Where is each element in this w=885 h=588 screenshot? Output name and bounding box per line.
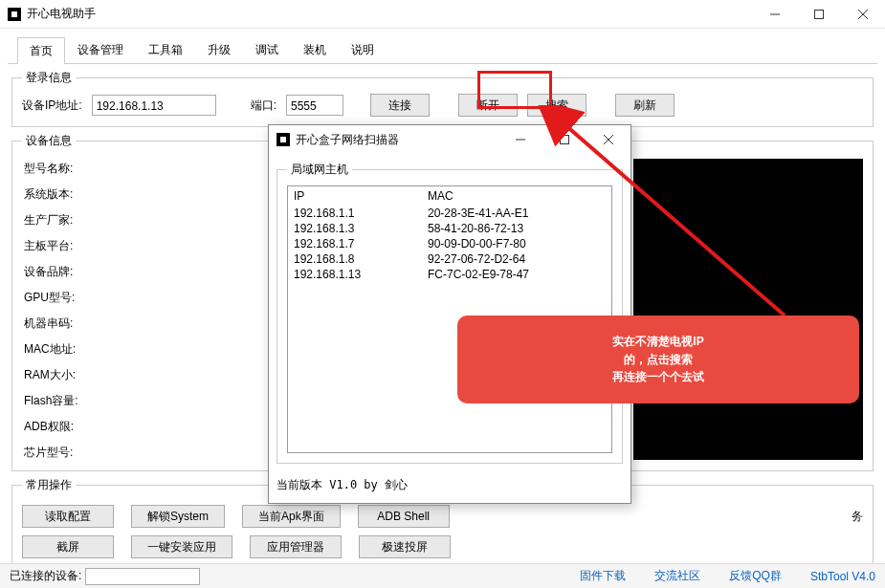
popup-title: 开心盒子网络扫描器: [296, 132, 399, 148]
disconnect-button[interactable]: 断开: [458, 94, 518, 117]
col-mac-header: MAC: [428, 189, 454, 203]
login-legend: 登录信息: [22, 70, 76, 86]
read-config-button[interactable]: 读取配置: [22, 505, 114, 528]
ops-legend: 常用操作: [22, 477, 76, 493]
refresh-button[interactable]: 刷新: [615, 94, 675, 117]
status-label: 已连接的设备:: [10, 568, 81, 584]
link-firmware[interactable]: 固件下载: [580, 568, 626, 584]
app-icon: [8, 8, 21, 21]
popup-maximize-button[interactable]: [542, 125, 586, 154]
tab-about[interactable]: 说明: [339, 36, 387, 63]
statusbar: 已连接的设备: 固件下载 交流社区 反馈QQ群 StbTool V4.0: [0, 563, 885, 588]
lan-row: 192.168.1.790-09-D0-00-F7-80: [288, 236, 611, 251]
connected-device-field[interactable]: [85, 568, 200, 585]
scanner-popup: 开心盒子网络扫描器 局域网主机 IP MAC 192.168.1.120-28-…: [268, 124, 631, 504]
current-apk-button[interactable]: 当前Apk界面: [242, 505, 341, 528]
app-title: 开心电视助手: [27, 6, 96, 22]
tab-upgrade[interactable]: 升级: [195, 36, 243, 63]
port-label: 端口:: [251, 98, 277, 114]
port-input[interactable]: 5555: [286, 95, 343, 116]
version-label: StbTool V4.0: [810, 570, 875, 583]
lan-legend: 局域网主机: [287, 162, 352, 178]
search-button[interactable]: 搜索: [527, 94, 586, 117]
partial-text: 务: [852, 509, 863, 525]
main-titlebar: 开心电视助手: [0, 0, 885, 29]
app-manager-button[interactable]: 应用管理器: [250, 535, 342, 558]
screenshot-button[interactable]: 截屏: [22, 535, 114, 558]
connect-button[interactable]: 连接: [370, 94, 430, 117]
link-community[interactable]: 交流社区: [654, 568, 700, 584]
svg-rect-5: [561, 136, 569, 144]
lan-row: 192.168.1.358-41-20-86-72-13: [288, 221, 611, 236]
close-button[interactable]: [841, 0, 885, 29]
tab-toolbox[interactable]: 工具箱: [136, 36, 195, 63]
tab-device-manage[interactable]: 设备管理: [65, 36, 136, 63]
col-ip-header: IP: [294, 189, 428, 203]
maximize-button[interactable]: [797, 0, 841, 29]
install-app-button[interactable]: 一键安装应用: [131, 535, 232, 558]
popup-app-icon: [277, 133, 290, 146]
popup-titlebar: 开心盒子网络扫描器: [269, 125, 631, 154]
ip-input[interactable]: 192.168.1.13: [92, 95, 216, 116]
unlock-system-button[interactable]: 解锁System: [131, 505, 225, 528]
tab-install[interactable]: 装机: [291, 36, 339, 63]
callout-line3: 再连接一个个去试: [478, 368, 838, 386]
popup-footer: 当前版本 V1.0 by 剑心: [269, 471, 631, 503]
device-legend: 设备信息: [22, 133, 76, 149]
lan-row: 192.168.1.892-27-06-72-D2-64: [288, 251, 611, 267]
annotation-callout: 实在不清楚电视IP 的，点击搜索 再连接一个个去试: [457, 316, 859, 403]
lan-fieldset: 局域网主机 IP MAC 192.168.1.120-28-3E-41-AA-E…: [277, 162, 623, 464]
tab-debug[interactable]: 调试: [243, 36, 291, 63]
ip-label: 设备IP地址:: [22, 98, 82, 114]
tabstrip: 首页 设备管理 工具箱 升级 调试 装机 说明: [8, 29, 877, 64]
screen-preview: [633, 159, 863, 460]
tab-home[interactable]: 首页: [17, 37, 65, 64]
link-qq[interactable]: 反馈QQ群: [729, 568, 782, 584]
lan-row: 192.168.1.13FC-7C-02-E9-78-47: [288, 267, 611, 282]
lan-row: 192.168.1.120-28-3E-41-AA-E1: [288, 206, 611, 221]
svg-rect-1: [815, 10, 824, 18]
callout-line2: 的，点击搜索: [478, 351, 838, 369]
login-fieldset: 登录信息 设备IP地址: 192.168.1.13 端口: 5555 连接 断开…: [11, 70, 874, 127]
popup-minimize-button[interactable]: [498, 125, 542, 154]
cast-button[interactable]: 极速投屏: [359, 535, 451, 558]
callout-line1: 实在不清楚电视IP: [478, 333, 838, 351]
adb-shell-button[interactable]: ADB Shell: [358, 505, 450, 528]
minimize-button[interactable]: [753, 0, 797, 29]
popup-close-button[interactable]: [586, 125, 631, 154]
